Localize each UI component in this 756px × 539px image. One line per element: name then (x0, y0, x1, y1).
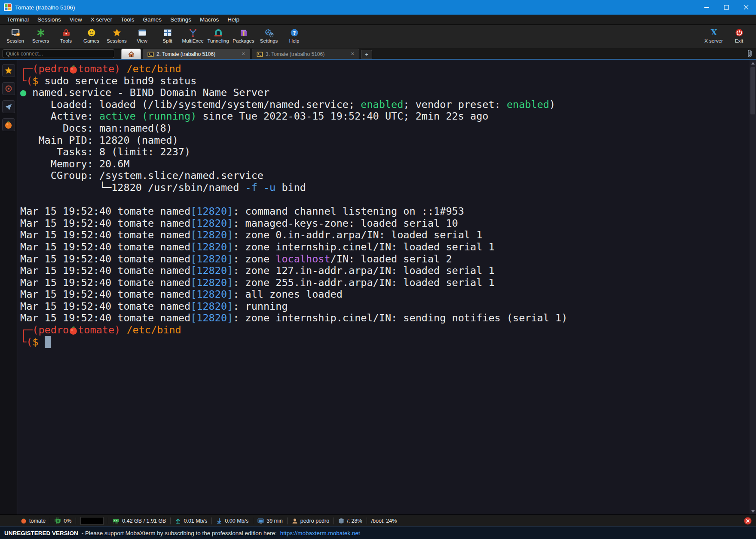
toolbar-button-exit[interactable]: Exit (726, 27, 752, 43)
menu-item-macros[interactable]: Macros (196, 15, 223, 25)
tab-close-icon[interactable]: ✕ (238, 51, 245, 57)
tab-home[interactable] (121, 49, 141, 59)
new-tab-button[interactable]: + (361, 50, 372, 59)
menu-item-view[interactable]: View (65, 15, 86, 25)
toolbar-button-split[interactable]: Split (155, 27, 180, 43)
toolbar-label: Tunneling (207, 38, 229, 43)
toolbar-label: View (137, 38, 147, 43)
toolbar-button-packages[interactable]: Packages (231, 27, 256, 43)
xserver-icon: X (709, 28, 719, 37)
notice-link[interactable]: https://mobaxterm.mobatek.net (280, 530, 360, 536)
maximize-icon[interactable] (716, 0, 736, 15)
sidebar-button-star-icon[interactable] (2, 64, 15, 77)
terminal-line: Main PID: 12820 (named) (20, 135, 750, 147)
close-icon[interactable] (736, 0, 756, 15)
scroll-down-icon[interactable] (750, 508, 756, 514)
menu-item-tools[interactable]: Tools (116, 15, 139, 25)
status-label: 0.42 GB / 1.91 GB (122, 518, 166, 524)
terminal-line: Docs: man:named(8) (20, 123, 750, 135)
menu-item-terminal[interactable]: Terminal (3, 15, 33, 25)
attachments-icon[interactable] (747, 49, 753, 59)
tab-terminal-2[interactable]: 2. Tomate (trabalho 5106)✕ (143, 49, 250, 59)
terminal-line: Active: active (running) since Tue 2022-… (20, 111, 750, 123)
toolbar-button-sessions[interactable]: Sessions (104, 27, 129, 43)
status-label: 39 min (266, 518, 283, 524)
status-label: 0.01 Mb/s (184, 518, 207, 524)
status-segment (76, 515, 108, 527)
help-icon: ? (290, 28, 299, 37)
toolbar-button-session[interactable]: Session (3, 27, 28, 43)
menu-item-sessions[interactable]: Sessions (33, 15, 65, 25)
terminal-line: └($ (20, 336, 750, 348)
toolbar: SessionServersToolsGamesSessionsViewSpli… (0, 25, 756, 48)
quick-connect-input[interactable] (3, 49, 114, 58)
terminal-line: Mar 15 19:52:40 tomate named[12820]: zon… (20, 277, 750, 289)
macros-icon (5, 85, 12, 93)
status-label: /boot: 24% (371, 518, 397, 524)
status-segment: 0% (50, 515, 76, 527)
terminal-line: Tasks: 8 (limit: 2237) (20, 146, 750, 158)
toolbar-button-multiexec[interactable]: MultiExec (180, 27, 205, 43)
terminal-line: Mar 15 19:52:40 tomate named[12820]: man… (20, 218, 750, 230)
upload-icon (175, 517, 181, 524)
terminal-line: Memory: 20.6M (20, 158, 750, 170)
tab-strip: 2. Tomate (trabalho 5106)✕3. Tomate (tra… (143, 48, 361, 59)
toolbar-label: Packages (233, 38, 254, 43)
terminal-output[interactable]: ┌─(pedrotomate) /etc/bind└($ sudo servic… (17, 60, 750, 514)
svg-text:?: ? (293, 30, 296, 36)
menu-item-x-server[interactable]: X server (86, 15, 116, 25)
window-title: Tomate (trabalho 5106) (15, 4, 75, 11)
title-bar: Tomate (trabalho 5106) (0, 0, 756, 15)
notice-text: - Please support MobaXterm by subscribin… (82, 530, 277, 536)
toolbar-right: XX serverExit (701, 27, 752, 43)
scroll-up-icon[interactable] (750, 60, 756, 66)
status-segment: 0.42 GB / 1.91 GB (108, 515, 170, 527)
status-label: /: 28% (347, 518, 362, 524)
menu-item-settings[interactable]: Settings (166, 15, 196, 25)
tab-bar: 2. Tomate (trabalho 5106)✕3. Tomate (tra… (0, 48, 756, 60)
toolbar-button-tools[interactable]: Tools (53, 27, 79, 43)
games-icon (87, 28, 96, 37)
toolbar-button-settings[interactable]: Settings (256, 27, 282, 43)
toolbar-label: X server (704, 38, 723, 43)
terminal-line: └─12820 /usr/sbin/named -f -u bind (20, 182, 750, 194)
sidebar-button-paper-plane-icon[interactable] (2, 100, 15, 113)
toolbar-button-servers[interactable]: Servers (28, 27, 53, 43)
terminal-line (20, 194, 750, 206)
terminal-line: ┌─(pedrotomate) /etc/bind (20, 324, 750, 336)
cpu-icon (55, 517, 61, 524)
tab-label: 2. Tomate (trabalho 5106) (156, 51, 215, 57)
home-icon (128, 51, 135, 57)
star-icon (4, 66, 13, 75)
toolbar-button-tunneling[interactable]: Tunneling (205, 27, 231, 43)
terminal-line: Mar 15 19:52:40 tomate named[12820]: zon… (20, 253, 750, 265)
tomato-sidebar-icon (4, 120, 13, 129)
terminal-line: Mar 15 19:52:40 tomate named[12820]: com… (20, 206, 750, 218)
scrollbar-thumb[interactable] (750, 67, 755, 114)
tab-close-icon[interactable]: ✕ (347, 51, 355, 57)
terminal-line: CGroup: /system.slice/named.service (20, 170, 750, 182)
user-icon (292, 517, 298, 524)
terminal-line: ┌─(pedrotomate) /etc/bind (20, 63, 750, 75)
status-segment: tomate (16, 515, 50, 527)
menu-item-help[interactable]: Help (223, 15, 244, 25)
status-segment: 0.01 Mb/s (171, 515, 211, 527)
terminal-scrollbar[interactable] (750, 60, 756, 514)
tab-terminal-3[interactable]: 3. Tomate (trabalho 5106)✕ (252, 49, 359, 59)
toolbar-button-view[interactable]: View (129, 27, 155, 43)
minimize-icon[interactable] (697, 0, 716, 15)
disk-icon (338, 517, 344, 524)
uptime-icon (257, 517, 264, 524)
toolbar-label: MultiExec (182, 38, 204, 43)
toolbar-button-help[interactable]: ?Help (282, 27, 307, 43)
sidebar-button-tomato-sidebar-icon[interactable] (2, 118, 15, 131)
terminal-line: Mar 15 19:52:40 tomate named[12820]: zon… (20, 229, 750, 241)
menu-item-games[interactable]: Games (139, 15, 166, 25)
status-tomato-icon (21, 517, 27, 524)
toolbar-button-games[interactable]: Games (79, 27, 104, 43)
sidebar-button-macros-icon[interactable] (2, 82, 15, 95)
split-icon (163, 28, 172, 37)
status-close-icon[interactable] (744, 517, 752, 525)
terminal-line: Mar 15 19:52:40 tomate named[12820]: run… (20, 301, 750, 313)
toolbar-button-x-server[interactable]: XX server (701, 27, 726, 43)
